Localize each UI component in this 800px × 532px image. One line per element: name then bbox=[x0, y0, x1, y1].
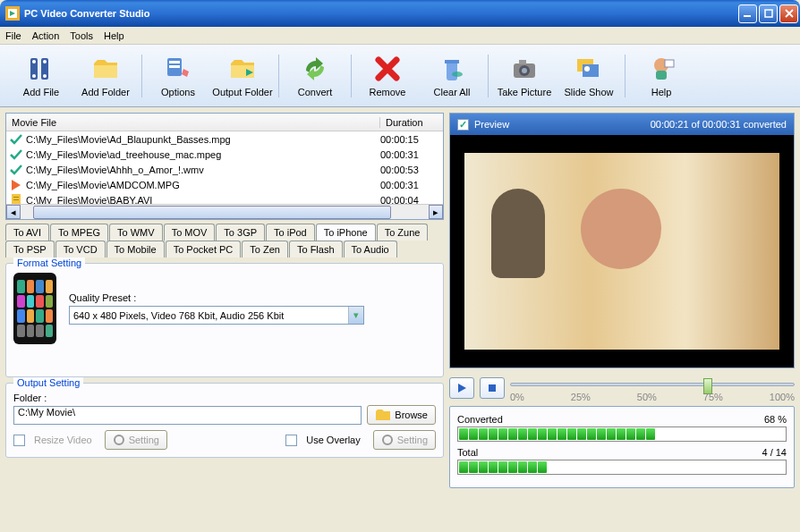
svg-point-8 bbox=[43, 74, 47, 78]
format-tabs: To PSPTo VCDTo MobileTo Pocket PCTo ZenT… bbox=[5, 224, 444, 258]
svg-rect-23 bbox=[12, 194, 21, 205]
horizontal-scrollbar[interactable]: ◂ ▸ bbox=[6, 204, 443, 219]
playback-controls: 0%25%50%75%100% bbox=[449, 374, 795, 401]
menu-action[interactable]: Action bbox=[32, 30, 60, 41]
maximize-button[interactable] bbox=[759, 4, 778, 23]
menu-help[interactable]: Help bbox=[104, 30, 124, 41]
tab-to-pocket-pc[interactable]: To Pocket PC bbox=[166, 241, 242, 258]
output-setting-group: Output Setting Folder : C:\My Movie\ Bro… bbox=[5, 383, 444, 458]
menu-file[interactable]: File bbox=[5, 30, 21, 41]
svg-rect-10 bbox=[169, 61, 180, 63]
tab-to-mobile[interactable]: To Mobile bbox=[106, 241, 165, 258]
table-row[interactable]: C:\My_Files\Movie\ad_treehouse_mac.mpeg0… bbox=[6, 147, 443, 162]
tab-to-mpeg[interactable]: To MPEG bbox=[50, 224, 108, 241]
table-row[interactable]: C:\My_Files\Movie\Ahhh_o_Amor_!.wmv00:00… bbox=[6, 162, 443, 177]
svg-rect-2 bbox=[765, 10, 772, 17]
convert-button[interactable]: Convert bbox=[283, 48, 347, 104]
progress-slider[interactable]: 0%25%50%75%100% bbox=[510, 376, 795, 401]
file-list[interactable]: Movie File Duration C:\My_Files\Movie\Ad… bbox=[5, 113, 444, 220]
converted-value: 68 % bbox=[764, 414, 787, 425]
scroll-left-icon[interactable]: ◂ bbox=[6, 205, 21, 219]
tab-to-zune[interactable]: To Zune bbox=[377, 224, 429, 241]
toolbar: Add File Add Folder Options Output Folde… bbox=[0, 45, 800, 107]
total-progressbar bbox=[457, 460, 787, 475]
menu-tools[interactable]: Tools bbox=[70, 30, 93, 41]
clear-all-button[interactable]: Clear All bbox=[420, 48, 484, 104]
scrollbar-thumb[interactable] bbox=[33, 206, 391, 219]
app-icon bbox=[5, 6, 20, 21]
take-picture-button[interactable]: Take Picture bbox=[492, 48, 557, 104]
preview-time: 00:00:21 of 00:00:31 converted bbox=[651, 119, 787, 130]
file-status-icon bbox=[9, 132, 23, 147]
tab-to-vcd[interactable]: To VCD bbox=[55, 241, 106, 258]
svg-point-7 bbox=[43, 60, 47, 63]
folder-label: Folder : bbox=[13, 393, 436, 403]
quality-preset-label: Quality Preset : bbox=[69, 292, 364, 303]
preview-video bbox=[464, 153, 779, 350]
play-button[interactable] bbox=[449, 377, 474, 399]
tab-to-wmv[interactable]: To WMV bbox=[109, 224, 163, 241]
svg-rect-25 bbox=[13, 199, 19, 200]
svg-rect-24 bbox=[13, 197, 19, 198]
svg-point-5 bbox=[32, 74, 36, 78]
tab-to-mov[interactable]: To MOV bbox=[164, 224, 216, 241]
options-button[interactable]: Options bbox=[146, 48, 210, 104]
svg-point-4 bbox=[32, 60, 36, 63]
use-overlay-checkbox[interactable] bbox=[285, 435, 297, 446]
table-row[interactable]: C:\My_Files\Movie\BABY.AVI00:00:04 bbox=[6, 192, 443, 204]
output-folder-button[interactable]: Output Folder bbox=[210, 48, 275, 104]
file-status-icon bbox=[9, 163, 23, 177]
tab-to-psp[interactable]: To PSP bbox=[5, 241, 55, 258]
svg-rect-22 bbox=[665, 60, 674, 67]
total-label: Total bbox=[457, 447, 478, 458]
preview-panel: ✓ Preview 00:00:21 of 00:00:31 converted bbox=[449, 113, 795, 368]
window-title: PC Video Converter Studio bbox=[24, 8, 738, 19]
tab-to-3gp[interactable]: To 3GP bbox=[216, 224, 265, 241]
column-duration[interactable]: Duration bbox=[380, 117, 443, 128]
tab-to-audio[interactable]: To Audio bbox=[344, 241, 397, 258]
total-value: 4 / 14 bbox=[762, 447, 787, 458]
column-movie-file[interactable]: Movie File bbox=[6, 117, 380, 128]
scroll-right-icon[interactable]: ▸ bbox=[429, 205, 443, 219]
preview-checkbox[interactable]: ✓ bbox=[457, 119, 469, 131]
minimize-button[interactable] bbox=[738, 4, 757, 23]
browse-button[interactable]: Browse bbox=[367, 405, 436, 425]
use-overlay-label: Use Overlay bbox=[306, 435, 361, 445]
tab-to-ipod[interactable]: To iPod bbox=[266, 224, 315, 241]
tab-to-zen[interactable]: To Zen bbox=[242, 241, 288, 258]
slide-show-button[interactable]: Slide Show bbox=[557, 48, 621, 104]
resize-setting-button: Setting bbox=[105, 430, 167, 450]
title-bar: PC Video Converter Studio bbox=[0, 0, 800, 27]
svg-rect-1 bbox=[744, 15, 751, 17]
tab-to-avi[interactable]: To AVI bbox=[5, 224, 49, 241]
file-status-icon bbox=[9, 178, 23, 192]
gear-icon bbox=[113, 434, 125, 446]
tab-to-flash[interactable]: To Flash bbox=[289, 241, 343, 258]
preview-label: Preview bbox=[474, 119, 509, 130]
svg-point-15 bbox=[522, 68, 527, 73]
chevron-down-icon: ▾ bbox=[348, 307, 363, 324]
remove-button[interactable]: Remove bbox=[355, 48, 420, 104]
tab-to-iphone[interactable]: To iPhone bbox=[316, 224, 376, 241]
stop-button[interactable] bbox=[480, 377, 505, 399]
help-button[interactable]: Help bbox=[629, 48, 694, 104]
resize-video-label: Resize Video bbox=[34, 435, 92, 445]
svg-point-26 bbox=[115, 435, 123, 444]
converted-progressbar bbox=[457, 426, 787, 442]
svg-rect-18 bbox=[583, 64, 599, 77]
file-status-icon bbox=[9, 193, 23, 205]
add-folder-button[interactable]: Add Folder bbox=[73, 48, 138, 104]
table-row[interactable]: C:\My_Files\Movie\AMDCOM.MPG00:00:31 bbox=[6, 177, 443, 192]
svg-rect-16 bbox=[519, 60, 526, 64]
file-status-icon bbox=[9, 148, 23, 162]
quality-preset-combo[interactable]: 640 x 480 Pixels, Video 768 Kbit, Audio … bbox=[69, 306, 364, 325]
close-button[interactable] bbox=[779, 4, 798, 23]
output-folder-input[interactable]: C:\My Movie\ bbox=[13, 406, 362, 425]
iphone-icon bbox=[13, 273, 56, 344]
overlay-setting-button: Setting bbox=[373, 430, 436, 450]
add-file-button[interactable]: Add File bbox=[9, 48, 73, 104]
folder-icon bbox=[375, 409, 391, 421]
gear-icon bbox=[381, 434, 394, 446]
table-row[interactable]: C:\My_Files\Movie\Ad_Blaupunkt_Basses.mp… bbox=[6, 131, 443, 147]
svg-rect-21 bbox=[656, 71, 667, 80]
